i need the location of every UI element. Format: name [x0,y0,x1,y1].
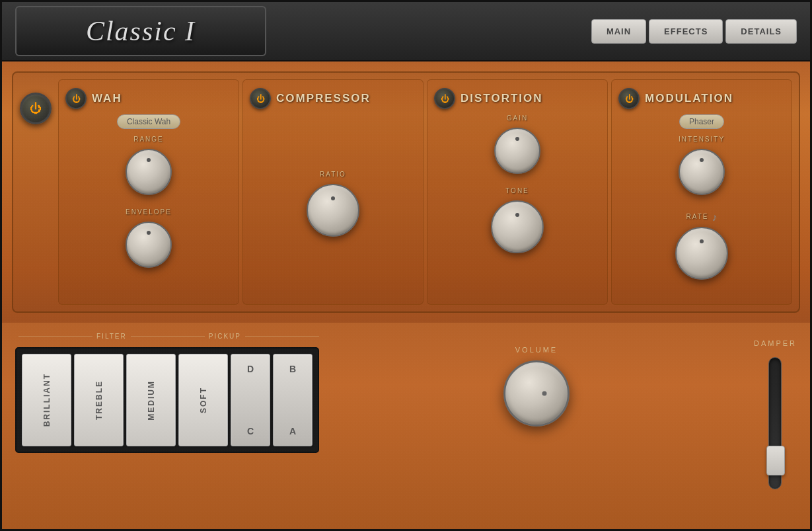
wah-range-label: RANGE [133,136,164,143]
buttons-container: BRILLIANT TREBLE MEDIUM SOFT D C [15,347,319,453]
pickup-label: PICKUP [205,333,245,340]
pickup-c-label: C [247,426,254,436]
wah-envelope-knob[interactable] [126,222,172,268]
distortion-tone-label: TONE [505,187,529,194]
modulation-header: ⏻ MODULATION [618,88,785,109]
pickup-d-label: D [247,364,254,374]
wah-section: ⏻ WAH Classic Wah RANGE ENVELOPE [58,79,239,305]
app-title: Classic I [86,16,196,46]
filter-btn-treble[interactable]: TREBLE [74,354,124,446]
compressor-ratio-knob[interactable] [307,184,359,237]
modulation-power-button[interactable]: ⏻ [618,88,640,109]
bottom-panel: FILTER PICKUP BRILLIANT TREBLE MEDIUM SO… [2,323,810,529]
filter-btn-soft-label: SOFT [199,387,208,413]
compressor-ratio-group: RATIO [250,171,416,240]
wah-power-button[interactable]: ⏻ [65,88,87,109]
filter-btn-medium-label: MEDIUM [147,380,156,421]
compressor-power-button[interactable]: ⏻ [250,88,271,109]
main-power-icon: ⏻ [30,102,42,116]
distortion-gain-knob[interactable] [494,128,540,174]
modulation-knobs-layout: INTENSITY RATE ♪ [618,136,785,283]
modulation-rate-group: RATE ♪ [618,212,785,283]
effects-panel: ⏻ ⏻ WAH Classic Wah RANGE [2,61,810,323]
main-button[interactable]: MAIN [591,19,646,44]
app-container: Classic I MAIN EFFECTS DETAILS ⏻ ⏻ [0,0,812,531]
damper-slider-track [768,357,782,489]
modulation-intensity-label: INTENSITY [679,136,725,143]
wah-preset[interactable]: Classic Wah [117,114,180,129]
distortion-gain-group: GAIN [434,114,601,177]
distortion-knobs-layout: GAIN TONE [434,114,601,257]
filter-btn-soft[interactable]: SOFT [178,354,228,446]
title-box: Classic I [15,6,266,56]
distortion-tone-knob[interactable] [491,200,544,253]
nav-buttons: MAIN EFFECTS DETAILS [591,19,797,44]
rate-row: RATE ♪ [686,212,718,224]
pickup-btn-ba-inner: B A [289,364,296,436]
wah-envelope-group: ENVELOPE [65,208,232,271]
filter-pickup-section: FILTER PICKUP BRILLIANT TREBLE MEDIUM SO… [15,333,319,453]
filter-btn-medium[interactable]: MEDIUM [126,354,176,446]
damper-slider-thumb[interactable] [766,446,785,475]
filter-btn-treble-label: TREBLE [94,380,104,420]
pickup-btn-dc[interactable]: D C [231,354,270,446]
damper-label: DAMPER [754,339,797,347]
details-button[interactable]: DETAILS [725,19,797,44]
pickup-a-label: A [289,426,296,436]
modulation-preset[interactable]: Phaser [679,114,724,129]
compressor-section: ⏻ COMPRESSOR RATIO [242,79,424,305]
wah-range-group: RANGE [65,136,232,198]
filter-label: FILTER [92,333,131,340]
wah-range-knob[interactable] [126,149,172,195]
effects-button[interactable]: EFFECTS [649,19,723,44]
damper-section: DAMPER [754,333,797,489]
effects-inner: ⏻ ⏻ WAH Classic Wah RANGE [12,71,800,313]
distortion-power-icon: ⏻ [441,94,449,104]
wah-title: WAH [92,92,122,105]
compressor-header: ⏻ COMPRESSOR [250,88,416,109]
note-icon: ♪ [712,212,717,224]
volume-section: VOLUME [339,333,734,427]
wah-knobs-layout: RANGE ENVELOPE [65,136,232,271]
compressor-title: COMPRESSOR [276,92,371,105]
distortion-power-button[interactable]: ⏻ [434,88,455,109]
wah-power-icon: ⏻ [72,94,81,104]
distortion-header: ⏻ DISTORTION [434,88,601,109]
filter-btn-brilliant[interactable]: BRILLIANT [22,354,71,446]
modulation-intensity-knob[interactable] [679,149,725,195]
wah-envelope-label: ENVELOPE [126,208,172,216]
header: Classic I MAIN EFFECTS DETAILS [2,2,810,61]
distortion-gain-label: GAIN [507,114,528,122]
compressor-power-icon: ⏻ [256,94,265,104]
modulation-power-icon: ⏻ [625,94,634,104]
pickup-btn-dc-inner: D C [247,364,254,436]
modulation-rate-knob[interactable] [675,227,728,280]
modulation-title: MODULATION [645,92,733,105]
distortion-tone-group: TONE [434,187,601,257]
compressor-knobs-layout: RATIO [250,114,416,296]
modulation-intensity-group: INTENSITY [618,136,785,198]
wah-header: ⏻ WAH [65,88,232,109]
compressor-ratio-label: RATIO [320,171,346,178]
pickup-b-label: B [289,364,296,374]
main-power-area: ⏻ [20,79,55,305]
volume-knob[interactable] [503,360,570,427]
volume-label: VOLUME [515,346,558,354]
distortion-section: ⏻ DISTORTION GAIN TONE [427,79,608,305]
distortion-title: DISTORTION [461,92,543,105]
modulation-section: ⏻ MODULATION Phaser INTENSITY RATE ♪ [611,79,792,305]
main-power-button[interactable]: ⏻ [20,93,52,124]
filter-btn-brilliant-label: BRILLIANT [42,373,52,427]
modulation-rate-label: RATE [686,213,709,220]
pickup-btn-ba[interactable]: B A [273,354,313,446]
